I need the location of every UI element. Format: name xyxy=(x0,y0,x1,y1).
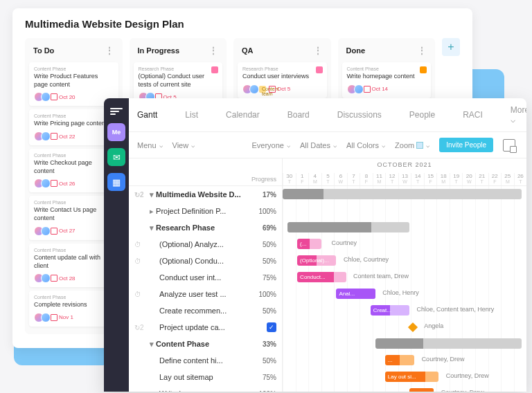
card-phase: Content Phase xyxy=(34,200,114,205)
view-dropdown[interactable]: View xyxy=(172,141,195,149)
assignee-label: Courtney, Drew xyxy=(422,356,465,363)
card-phase: Research Phase xyxy=(242,66,322,71)
tab-list[interactable]: List xyxy=(185,110,198,120)
assignee-label: Courtney, Drew xyxy=(446,372,489,379)
task-row[interactable]: ↻2 Multimedia Website D... 17% xyxy=(129,186,282,203)
row-icon: ↻2 xyxy=(134,191,144,199)
assignee-avatars xyxy=(34,131,48,141)
task-row[interactable]: Define content hi... 50% xyxy=(129,352,282,369)
zoom-control[interactable]: Zoom xyxy=(395,141,429,149)
colors-filter[interactable]: All Colors xyxy=(346,141,385,149)
card-date: Oct 14 xyxy=(364,86,389,93)
gantt-bar[interactable]: Creat... xyxy=(371,305,409,316)
gantt-bar[interactable]: Anal... xyxy=(336,289,375,299)
card-phase: Content Phase xyxy=(347,66,427,71)
task-row[interactable]: ⏱ Analyze user test ... 100% xyxy=(129,286,282,302)
everyone-filter[interactable]: Everyone xyxy=(251,141,290,149)
tab-more[interactable]: More ⌵ xyxy=(511,105,526,125)
checkbox-icon: ✓ xyxy=(267,322,276,332)
task-row[interactable]: ↻2 Project update ca... ✓ xyxy=(129,319,282,336)
gantt-timeline[interactable]: OCTOBER 2021 30T1F4M5T6W7T8F11M12T13W14T… xyxy=(283,158,526,392)
assignee-avatars xyxy=(34,179,48,188)
gantt-bar[interactable]: Conduct... xyxy=(297,272,346,282)
column-menu-icon[interactable]: ⋮ xyxy=(105,45,114,56)
task-name: Multimedia Website D... xyxy=(150,190,249,199)
task-progress: 33% xyxy=(254,340,276,348)
task-name: Project Definition P... xyxy=(150,207,249,216)
day-column: 4M xyxy=(308,173,321,185)
milestone-diamond[interactable] xyxy=(408,322,418,332)
logo-icon[interactable] xyxy=(110,108,123,116)
assignee-avatars xyxy=(34,313,48,322)
sidebar-me-button[interactable]: Me xyxy=(107,123,125,141)
gantt-bar[interactable] xyxy=(375,338,522,349)
invite-people-button[interactable]: Invite People xyxy=(439,138,493,152)
task-row[interactable]: Conduct user int... 75% xyxy=(129,269,282,286)
card-label: Content team xyxy=(259,86,266,93)
gantt-bar[interactable]: (... xyxy=(297,239,321,249)
day-column: 20W xyxy=(462,173,475,185)
column-menu-icon[interactable]: ⋮ xyxy=(209,45,218,56)
card-title: Write homepage content xyxy=(347,73,427,81)
task-progress: 75% xyxy=(254,274,276,282)
column-header: QA⋮ xyxy=(238,42,327,59)
assignee-label: Chloe, Courtney xyxy=(344,256,389,263)
gantt-bar[interactable] xyxy=(283,189,522,199)
assignee-label: Angela xyxy=(424,322,443,329)
column-menu-icon[interactable]: ⋮ xyxy=(417,45,427,56)
tab-board[interactable]: Board xyxy=(287,110,310,120)
task-row[interactable]: Lay out sitemap 75% xyxy=(129,369,282,385)
day-column: 1F xyxy=(296,173,309,185)
tab-raci[interactable]: RACI xyxy=(463,110,483,120)
card-date: Oct 22 xyxy=(51,133,76,140)
tab-calendar[interactable]: Calendar xyxy=(226,110,260,120)
gantt-bar[interactable]: ... xyxy=(409,388,434,392)
card-title: Complete revisions xyxy=(34,301,114,309)
gantt-bar[interactable] xyxy=(287,222,409,232)
card-date: Oct 28 xyxy=(51,275,76,282)
kanban-card[interactable]: Content Phase Write homepage content Oct… xyxy=(342,62,432,98)
assignee-avatars xyxy=(34,226,48,236)
card-title: Content update call with client xyxy=(34,254,114,270)
task-row[interactable]: Project Definition P... 100% xyxy=(129,203,282,219)
task-row[interactable]: Write homepage ... 100% xyxy=(129,385,282,392)
assignee-avatars xyxy=(34,92,48,102)
add-column-button[interactable]: + xyxy=(442,38,460,56)
sidebar-chat-button[interactable]: ✉ xyxy=(107,148,125,166)
tab-discussions[interactable]: Discussions xyxy=(337,110,382,120)
card-phase: Content Phase xyxy=(34,113,114,118)
kanban-card[interactable]: Research Phase Conduct user interviews C… xyxy=(238,62,327,98)
gantt-bar[interactable]: ... xyxy=(385,355,414,365)
app-sidebar: Me ✉ ▦ xyxy=(104,98,129,392)
column-header: In Progress⋮ xyxy=(134,42,223,59)
task-progress: 50% xyxy=(254,357,276,365)
gantt-bar[interactable]: (Optional)... xyxy=(297,255,336,266)
task-row[interactable]: ⏱ (Optional) Analyz... 50% xyxy=(129,236,282,253)
card-date: Oct 20 xyxy=(51,93,76,100)
task-name: Write homepage ... xyxy=(150,390,249,392)
day-column: 13W xyxy=(398,173,411,185)
day-column: 26T xyxy=(514,173,526,185)
dates-filter[interactable]: All Dates xyxy=(300,141,337,149)
export-icon[interactable] xyxy=(503,139,515,152)
day-column: 19T xyxy=(450,173,463,185)
column-menu-icon[interactable]: ⋮ xyxy=(313,45,323,56)
day-column: 30T xyxy=(283,173,296,185)
gantt-bar[interactable]: Lay out si... xyxy=(385,372,438,382)
task-row[interactable]: ⏱ (Optional) Condu... 50% xyxy=(129,253,282,269)
task-progress: 50% xyxy=(254,257,276,265)
tab-gantt[interactable]: Gantt xyxy=(137,110,157,120)
day-column: 15F xyxy=(424,173,437,185)
card-phase: Content Phase xyxy=(34,248,114,253)
card-phase: Content Phase xyxy=(34,295,114,300)
tab-people[interactable]: People xyxy=(409,110,435,120)
task-row[interactable]: Content Phase 33% xyxy=(129,336,282,352)
task-name: Conduct user int... xyxy=(150,273,249,282)
task-name: Create recommen... xyxy=(150,307,249,315)
menu-dropdown[interactable]: Menu xyxy=(137,141,163,149)
task-row[interactable]: Research Phase 69% xyxy=(129,219,282,236)
task-name: Define content hi... xyxy=(150,356,249,365)
task-row[interactable]: Create recommen... 50% xyxy=(129,302,282,319)
card-title: Write Contact Us page content xyxy=(34,206,114,222)
sidebar-projects-button[interactable]: ▦ xyxy=(107,173,125,191)
